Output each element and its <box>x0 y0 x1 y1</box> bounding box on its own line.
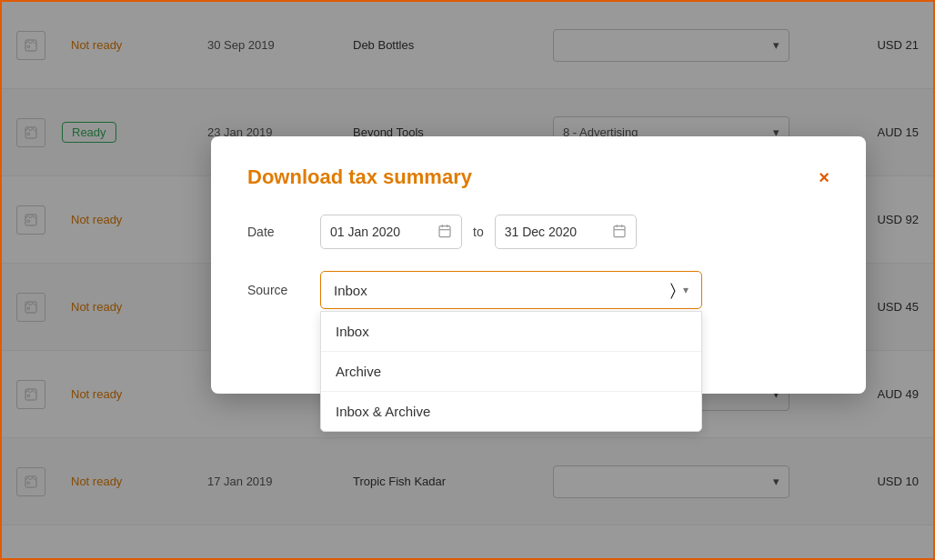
download-tax-summary-modal: Download tax summary × Date to Source <box>211 136 866 394</box>
date-to-input[interactable] <box>505 225 605 239</box>
dropdown-option-archive[interactable]: Archive <box>321 352 701 392</box>
source-label: Source <box>247 283 320 297</box>
svg-rect-12 <box>439 225 450 236</box>
close-button[interactable]: × <box>819 168 829 186</box>
cursor-icon: 〉 <box>670 281 676 300</box>
date-from-input[interactable] <box>330 225 430 239</box>
chevron-down-icon: ▾ <box>683 284 689 296</box>
calendar-icon <box>437 224 452 241</box>
date-row: Date to <box>247 215 829 249</box>
date-to-input-wrapper[interactable] <box>495 215 637 249</box>
modal-header: Download tax summary × <box>247 165 829 189</box>
source-selected-text: Inbox <box>334 283 367 298</box>
svg-rect-16 <box>614 225 625 236</box>
date-label: Date <box>247 225 320 239</box>
date-from-input-wrapper[interactable] <box>320 215 462 249</box>
source-select-box[interactable]: Inbox 〉 ▾ <box>320 271 702 309</box>
dropdown-option-inbox-archive[interactable]: Inbox & Archive <box>321 392 701 431</box>
source-row: Source Inbox 〉 ▾ Inbox Archive Inbox & A… <box>247 271 829 309</box>
date-inputs: to <box>320 215 637 249</box>
dropdown-option-inbox[interactable]: Inbox <box>321 312 701 352</box>
calendar-icon <box>612 224 627 241</box>
source-dropdown-wrapper: Inbox 〉 ▾ Inbox Archive Inbox & Archive <box>320 271 702 309</box>
modal-title: Download tax summary <box>247 165 472 189</box>
to-text: to <box>473 225 484 239</box>
source-dropdown-menu: Inbox Archive Inbox & Archive <box>320 311 702 432</box>
